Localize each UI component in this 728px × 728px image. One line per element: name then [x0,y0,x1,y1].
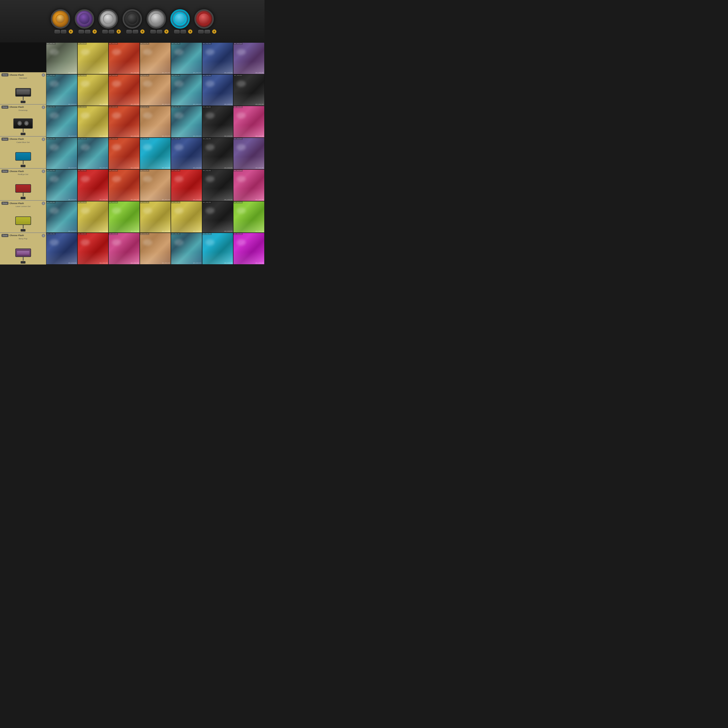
photo-highlight [49,176,59,182]
done-button-lemon[interactable]: Done [2,202,9,205]
flash-tube-left [17,121,22,126]
info-button-dreamcap[interactable]: i [42,106,45,109]
photo-cell-r6-c5[interactable]: MVI_0418.JPG MVI_0418.JPG [171,201,202,233]
lens-btn-right-5[interactable] [157,30,162,33]
photo-cell-r1-c6[interactable]: MVI_0418.JPG MVI_0418.JPG [202,43,234,74]
photo-cell-r7-c1[interactable]: MVI_0418.JPG MVI_0418.JPG [46,233,77,265]
photo-cell-r3-c3[interactable]: MVI_0418.JPG MVI_0418.JPG [109,106,140,138]
photo-cell-r3-c5[interactable]: MVI_0418.JPG MVI_0418.JPG [171,106,202,138]
lens-btn-right-4[interactable] [133,30,138,33]
done-button-dreamcap[interactable]: Done [2,106,9,109]
photo-cell-r3-c7[interactable]: MVI_0418.JPG MVI_0418.JPG [233,106,265,138]
photo-cell-r5-c6[interactable]: MVI_0418.JPG MVI_0418.JPG [202,170,234,201]
lens-btn-left-1[interactable] [55,30,60,33]
lens-purple[interactable] [75,9,94,29]
lens-red[interactable] [194,9,214,29]
flash-panel-dreamcap-header: Done Choose Flash [2,106,44,109]
photo-cell-r7-c7[interactable]: MVI_0418.JPG MVI_0418.JPG [233,233,265,265]
lens-btn-left-3[interactable] [102,30,108,33]
lens-unit-3[interactable]: S [96,9,120,33]
info-button-cadet[interactable]: i [42,138,45,141]
done-button-berry[interactable]: Done [2,234,9,237]
photo-cell-r2-c3[interactable]: MVI_0418.JPG MVI_0418.JPG [109,74,140,106]
photo-cell-r5-c1[interactable]: MVI_0418.JPG MVI_0418.JPG [46,170,77,201]
lens-orange[interactable] [51,9,70,29]
done-button-redeye[interactable]: Done [2,170,9,173]
photo-cell-r7-c3[interactable]: MVI_0418.JPG MVI_0418.JPG [109,233,140,265]
photo-cell-r1-c5[interactable]: MVI_0418.JPG MVI_0418.JPG [171,43,202,74]
done-button-cadet[interactable]: Done [2,138,9,141]
lens-silver2[interactable] [147,9,166,29]
photo-cell-r4-c6[interactable]: MVI_0418.JPG MVI_0418.JPG [202,138,234,170]
photo-cell-r4-c3[interactable]: MVI_0418.JPG MVI_0418.JPG [109,138,140,170]
photo-cell-r2-c1[interactable]: MVI_0418.JPG MVI_0418.JPG [46,74,77,106]
lens-unit-4[interactable]: S [120,9,144,33]
photo-cell-r1-c3[interactable]: MVI_0418.JPG MVI_0418.JPG [109,43,140,74]
flash-unit-dreamcap [2,112,44,135]
photo-cell-r2-c4[interactable]: MVI_0418.JPG MVI_0418.JPG [140,74,171,106]
photo-cell-r2-c5[interactable]: MVI_0418.JPG MVI_0418.JPG [171,74,202,106]
lens-silver[interactable] [98,9,118,29]
lens-btn-right-2[interactable] [85,30,90,33]
photo-cell-r5-c2[interactable]: MVI_0418.JPG MVI_0418.JPG [77,170,109,201]
lens-unit-7[interactable]: S [192,9,216,33]
photo-cell-r1-c1[interactable]: MVI_0418.JPG MVI_0418.JPG [46,43,77,74]
lens-btn-left-7[interactable] [198,30,203,33]
photo-cell-r2-c2[interactable]: MVI_0418.JPG MVI_0418.JPG [77,74,109,106]
photo-inner-r6-c1: MVI_0418.JPG MVI_0418.JPG [46,202,77,233]
photo-cell-r6-c7[interactable]: MVI_0418.JPG MVI_0418.JPG [233,201,265,233]
photo-cell-r7-c2[interactable]: MVI_0418.JPG MVI_0418.JPG [77,233,109,265]
lens-btn-right-7[interactable] [205,30,210,33]
lens-dark[interactable] [122,9,142,29]
photo-cell-r6-c4[interactable]: MVI_0418.JPG MVI_0418.JPG [140,201,171,233]
photo-cell-r3-c6[interactable]: MVI_0418.JPG MVI_0418.JPG [202,106,234,138]
done-button-standard[interactable]: Done [2,73,9,76]
lens-unit-2[interactable]: S [73,9,96,33]
lens-btn-right-6[interactable] [180,30,186,33]
photo-cell-r1-c7[interactable]: MVI_0418.JPG MVI_0418.JPG [233,43,265,74]
photo-cell-r6-c2[interactable]: MVI_0418.JPG MVI_0418.JPG [77,201,109,233]
photo-cell-r7-c4[interactable]: MVI_0418.JPG MVI_0418.JPG [140,233,171,265]
photo-cell-r4-c7[interactable]: MVI_0418.JPG MVI_0418.JPG [233,138,265,170]
photo-cell-r2-c6[interactable]: MVI_0418.JPG MVI_0418.JPG [202,74,234,106]
photo-cell-r5-c3[interactable]: MVI_0418.JPG MVI_0418.JPG [109,170,140,201]
photo-label-r7-c6: MVI_0418.JPG [202,233,212,235]
photo-inner-r5-c7: MVI_0418.JPG MVI_0418.JPG [234,170,264,201]
lens-btn-left-4[interactable] [127,30,132,33]
photo-cell-r7-c6[interactable]: MVI_0418.JPG MVI_0418.JPG [202,233,234,265]
photo-cell-r5-c7[interactable]: MVI_0418.JPG MVI_0418.JPG [233,170,265,201]
info-button-berry[interactable]: i [42,234,45,237]
photo-label-r2-c4: MVI_0418.JPG [140,75,149,76]
lens-unit-5[interactable]: S [144,9,168,33]
photo-inner-r7-c3: MVI_0418.JPG MVI_0418.JPG [109,233,139,264]
photo-cell-r4-c1[interactable]: MVI_0418.JPG MVI_0418.JPG [46,138,77,170]
lens-btn-right-1[interactable] [61,30,66,33]
photo-cell-r3-c2[interactable]: MVI_0418.JPG MVI_0418.JPG [77,106,109,138]
gel-blue [16,153,31,160]
photo-cell-r4-c2[interactable]: MVI_0418.JPG MVI_0418.JPG [77,138,109,170]
photo-cell-r5-c5[interactable]: MVI_0418.JPG MVI_0418.JPG [171,170,202,201]
photo-cell-r6-c3[interactable]: MVI_0418.JPG MVI_0418.JPG [109,201,140,233]
photo-highlight [143,239,152,246]
photo-highlight [49,239,59,246]
lens-unit-6[interactable]: S [168,9,192,33]
photo-cell-r6-c1[interactable]: MVI_0418.JPG MVI_0418.JPG [46,201,77,233]
photo-cell-r1-c4[interactable]: MVI_0418.JPG MVI_0418.JPG [140,43,171,74]
photo-cell-r1-c2[interactable]: MVI_0418.JPG MVI_0418.JPG [77,43,109,74]
photo-label-r2-c7: MVI_0418.JPG [234,75,243,76]
lens-btn-left-2[interactable] [79,30,84,33]
photo-cell-r4-c5[interactable]: MVI_0418.JPG MVI_0418.JPG [171,138,202,170]
photo-cell-r3-c1[interactable]: MVI_0418.JPG MVI_0418.JPG [46,106,77,138]
photo-cell-r3-c4[interactable]: MVI_0418.JPG MVI_0418.JPG [140,106,171,138]
lens-unit-1[interactable]: S [49,9,73,33]
lens-btn-left-6[interactable] [174,30,180,33]
lens-btn-right-3[interactable] [109,30,114,33]
photo-cell-r4-c4[interactable]: MVI_0418.JPG MVI_0418.JPG [140,138,171,170]
photo-cell-r5-c4[interactable]: MVI_0418.JPG MVI_0418.JPG [140,170,171,201]
photo-cell-r7-c5[interactable]: MVI_0418.JPG MVI_0418.JPG [171,233,202,265]
photo-cell-r2-c7[interactable]: MVI_0418.JPG MVI_0418.JPG [233,74,265,106]
lens-btn-left-5[interactable] [150,30,156,33]
photo-inner-r3-c3: MVI_0418.JPG MVI_0418.JPG [109,106,139,138]
lens-cyan[interactable] [170,9,190,29]
photo-cell-r6-c6[interactable]: MVI_0418.JPG MVI_0418.JPG [202,201,234,233]
